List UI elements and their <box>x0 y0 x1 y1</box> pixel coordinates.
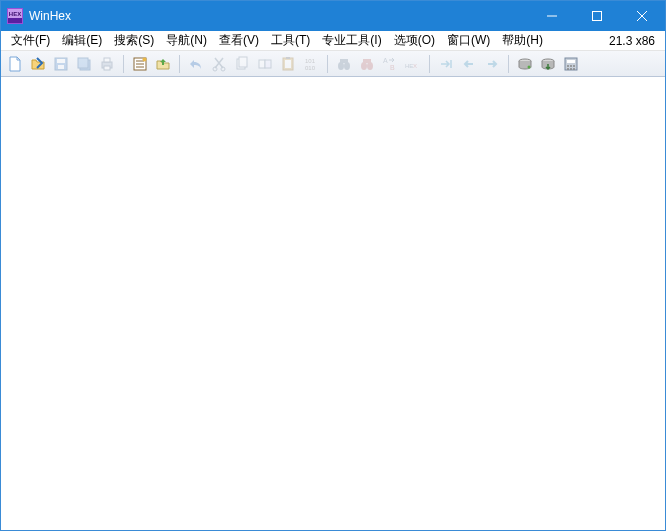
copy-button[interactable] <box>232 54 252 74</box>
svg-rect-34 <box>340 59 348 63</box>
properties-icon <box>132 56 148 72</box>
folder-up-icon <box>155 56 171 72</box>
properties-button[interactable] <box>130 54 150 74</box>
svg-point-50 <box>573 65 575 67</box>
save-all-button[interactable] <box>74 54 94 74</box>
toolbar-separator <box>429 55 430 73</box>
menu-specialist[interactable]: 专业工具(I) <box>316 31 387 50</box>
disk-tool-icon <box>563 56 579 72</box>
arrow-left-icon <box>461 56 477 72</box>
maximize-button[interactable] <box>574 1 619 31</box>
undo-icon <box>188 56 204 72</box>
svg-point-49 <box>570 65 572 67</box>
svg-rect-12 <box>78 58 88 68</box>
binoculars-red-icon <box>359 56 375 72</box>
app-window: HEX WinHex 文件(F) 编辑(E) 搜索(S) 导航(N) 查看(V)… <box>0 0 666 531</box>
svg-rect-10 <box>58 65 64 69</box>
calculator-button[interactable] <box>561 54 581 74</box>
open-memory-button[interactable] <box>538 54 558 74</box>
svg-rect-5 <box>592 12 601 21</box>
svg-rect-26 <box>265 60 271 68</box>
close-button[interactable] <box>619 1 665 31</box>
hex-ascii-icon: 101010 <box>303 56 319 72</box>
client-area <box>1 77 665 530</box>
svg-point-44 <box>528 65 531 68</box>
svg-text:010: 010 <box>305 65 316 71</box>
svg-point-33 <box>344 62 350 70</box>
menu-tools[interactable]: 工具(T) <box>265 31 316 50</box>
toolbar-separator <box>179 55 180 73</box>
menu-window[interactable]: 窗口(W) <box>441 31 496 50</box>
print-icon <box>99 56 115 72</box>
svg-point-53 <box>573 68 575 70</box>
binoculars-icon <box>336 56 352 72</box>
svg-point-52 <box>570 68 572 70</box>
menu-search[interactable]: 搜索(S) <box>108 31 160 50</box>
copy-block-button[interactable] <box>255 54 275 74</box>
svg-point-48 <box>567 65 569 67</box>
toolbar-separator <box>123 55 124 73</box>
svg-rect-37 <box>363 59 371 63</box>
new-file-icon <box>7 56 23 72</box>
open-disk-button[interactable] <box>515 54 535 74</box>
app-icon: HEX <box>7 8 23 24</box>
arrow-right-icon <box>484 56 500 72</box>
disk-arrow-icon <box>540 56 556 72</box>
svg-point-32 <box>338 62 344 70</box>
window-title: WinHex <box>29 9 71 23</box>
titlebar: HEX WinHex <box>1 1 665 31</box>
replace-text-button[interactable]: AB <box>380 54 400 74</box>
svg-rect-28 <box>285 60 291 68</box>
svg-rect-3 <box>8 18 22 23</box>
menu-file[interactable]: 文件(F) <box>5 31 56 50</box>
svg-text:101: 101 <box>305 58 316 64</box>
cut-button[interactable] <box>209 54 229 74</box>
go-forward-button[interactable] <box>482 54 502 74</box>
svg-point-36 <box>367 62 373 70</box>
toolbar-separator <box>508 55 509 73</box>
menu-navigate[interactable]: 导航(N) <box>160 31 213 50</box>
svg-text:HEX: HEX <box>9 11 21 17</box>
menu-options[interactable]: 选项(O) <box>388 31 441 50</box>
new-file-button[interactable] <box>5 54 25 74</box>
svg-text:B: B <box>390 64 395 71</box>
arrow-right-bar-icon <box>438 56 454 72</box>
go-back-button[interactable] <box>459 54 479 74</box>
go-first-button[interactable] <box>436 54 456 74</box>
svg-point-51 <box>567 68 569 70</box>
svg-text:X: X <box>413 63 417 69</box>
replace-hex-button[interactable]: HEX <box>403 54 423 74</box>
version-label: 21.3 x86 <box>609 34 661 48</box>
menu-edit[interactable]: 编辑(E) <box>56 31 108 50</box>
save-all-icon <box>76 56 92 72</box>
cut-icon <box>211 56 227 72</box>
replace-hex-icon: HEX <box>405 56 421 72</box>
paste-icon <box>280 56 296 72</box>
menubar: 文件(F) 编辑(E) 搜索(S) 导航(N) 查看(V) 工具(T) 专业工具… <box>1 31 665 51</box>
open-folder-icon <box>30 56 46 72</box>
svg-text:A: A <box>383 57 388 64</box>
svg-rect-24 <box>239 57 247 67</box>
find-hex-button[interactable] <box>357 54 377 74</box>
menu-help[interactable]: 帮助(H) <box>496 31 549 50</box>
print-button[interactable] <box>97 54 117 74</box>
menu-view[interactable]: 查看(V) <box>213 31 265 50</box>
toolbar-separator <box>327 55 328 73</box>
svg-point-20 <box>143 57 147 61</box>
find-text-button[interactable] <box>334 54 354 74</box>
undo-button[interactable] <box>186 54 206 74</box>
minimize-button[interactable] <box>529 1 574 31</box>
open-file-button[interactable] <box>28 54 48 74</box>
svg-rect-9 <box>57 59 65 63</box>
save-button[interactable] <box>51 54 71 74</box>
replace-text-icon: AB <box>382 56 398 72</box>
svg-rect-47 <box>567 60 575 63</box>
folder-up-button[interactable] <box>153 54 173 74</box>
copy-block-icon <box>257 56 273 72</box>
svg-rect-25 <box>259 60 265 68</box>
paste-button[interactable] <box>278 54 298 74</box>
save-icon <box>53 56 69 72</box>
svg-rect-29 <box>286 57 290 59</box>
hex-ascii-button[interactable]: 101010 <box>301 54 321 74</box>
toolbar: 101010 AB HEX <box>1 51 665 77</box>
